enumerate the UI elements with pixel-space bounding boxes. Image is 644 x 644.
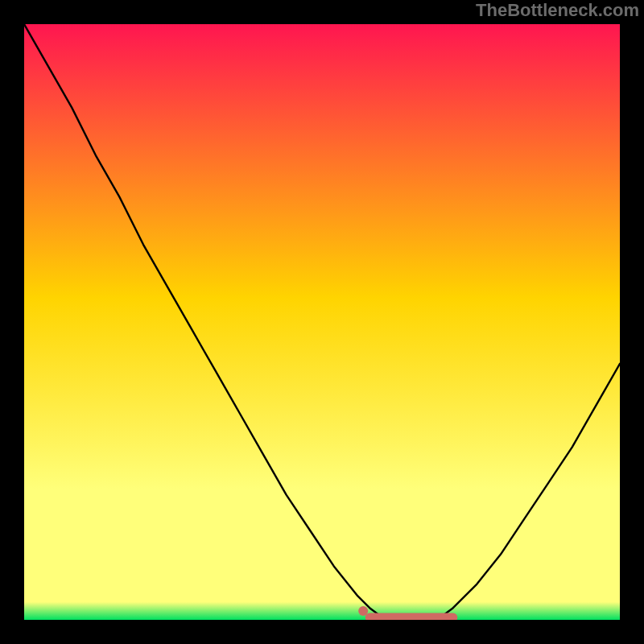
chart-plot [24, 24, 620, 620]
svg-rect-0 [24, 24, 620, 620]
watermark-text: TheBottleneck.com [476, 0, 639, 21]
chart-stage: TheBottleneck.com [0, 0, 644, 644]
optimal-start-dot [358, 606, 368, 616]
